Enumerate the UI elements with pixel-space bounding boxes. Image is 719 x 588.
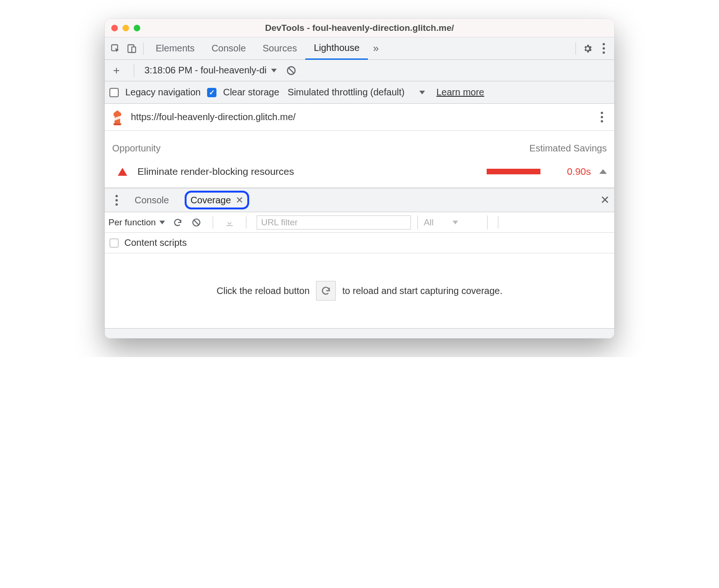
svg-rect-2 [132, 47, 136, 52]
type-filter-label: All [424, 217, 433, 228]
clear-icon[interactable] [190, 216, 202, 229]
lighthouse-toolbar: + 3:18:06 PM - foul-heavenly-di [105, 60, 614, 81]
new-report-button[interactable]: + [109, 64, 123, 78]
content-scripts-row: Content scripts [105, 233, 614, 253]
drawer-tab-coverage[interactable]: Coverage ✕ [180, 189, 254, 211]
opportunity-column-label: Opportunity [112, 143, 160, 154]
url-filter-input[interactable]: URL filter [257, 215, 411, 229]
legacy-navigation-checkbox[interactable] [109, 88, 119, 97]
divider [134, 65, 134, 77]
maximize-window-button[interactable] [134, 25, 140, 31]
lighthouse-icon [110, 109, 124, 125]
granularity-label: Per function [108, 217, 156, 228]
kebab-menu-icon[interactable] [596, 41, 611, 57]
report-dropdown-label: 3:18:06 PM - foul-heavenly-di [144, 65, 266, 76]
status-bar [105, 328, 614, 338]
drawer-tab-coverage-label: Coverage [190, 195, 231, 206]
report-menu-icon[interactable] [595, 110, 609, 124]
lighthouse-settings: Legacy navigation Clear storage Simulate… [105, 81, 614, 104]
chevron-down-icon[interactable] [419, 91, 425, 94]
coverage-toolbar: Per function URL filter All [105, 212, 614, 233]
minimize-window-button[interactable] [122, 25, 129, 31]
clear-icon[interactable] [283, 63, 299, 79]
divider [246, 216, 246, 229]
drawer-close-icon[interactable]: ✕ [600, 194, 610, 207]
drawer-toolbar: Console Coverage ✕ ✕ [105, 188, 614, 212]
export-icon [223, 216, 236, 229]
traffic-lights [105, 25, 140, 31]
divider [213, 216, 213, 229]
savings-value: 0.90s [558, 166, 591, 177]
tab-lighthouse[interactable]: Lighthouse [305, 38, 368, 60]
report-url: https://foul-heavenly-direction.glitch.m… [131, 112, 588, 122]
tab-console[interactable]: Console [203, 37, 254, 59]
learn-more-link[interactable]: Learn more [436, 87, 484, 98]
coverage-empty-state: Click the reload button to reload and st… [105, 253, 614, 328]
clear-storage-checkbox[interactable] [207, 88, 216, 97]
svg-line-10 [194, 220, 199, 225]
gear-icon[interactable] [580, 41, 596, 57]
opportunity-title: Eliminate render-blocking resources [137, 166, 294, 177]
close-icon[interactable]: ✕ [236, 194, 244, 206]
tab-sources[interactable]: Sources [254, 37, 305, 59]
svg-marker-8 [113, 123, 122, 125]
divider [575, 43, 576, 55]
chevron-up-icon[interactable] [599, 169, 607, 174]
devtools-window: DevTools - foul-heavenly-direction.glitc… [105, 19, 614, 338]
throttling-label: Simulated throttling (default) [288, 87, 404, 98]
savings-bar [487, 169, 540, 174]
chevron-down-icon [271, 69, 277, 72]
svg-marker-5 [114, 110, 121, 116]
chevron-down-icon [453, 221, 458, 224]
tab-elements[interactable]: Elements [147, 37, 203, 59]
url-filter-placeholder: URL filter [261, 217, 297, 228]
drawer-tab-console[interactable]: Console [130, 193, 173, 208]
svg-rect-11 [227, 225, 233, 226]
titlebar: DevTools - foul-heavenly-direction.glitc… [105, 19, 614, 37]
granularity-select[interactable]: Per function [108, 217, 165, 228]
savings-column-label: Estimated Savings [529, 143, 607, 154]
type-filter-select[interactable]: All [417, 215, 488, 229]
device-toolbar-icon[interactable] [123, 41, 139, 57]
report-dropdown[interactable]: 3:18:06 PM - foul-heavenly-di [144, 65, 277, 76]
empty-text-prefix: Click the reload button [216, 286, 309, 296]
main-toolbar: Elements Console Sources Lighthouse » [105, 37, 614, 60]
chevron-down-icon [159, 221, 165, 224]
reload-icon[interactable] [172, 216, 184, 229]
reload-button[interactable] [316, 281, 336, 301]
opportunities-header: Opportunity Estimated Savings [105, 131, 614, 159]
svg-line-4 [288, 68, 294, 73]
report-url-row: https://foul-heavenly-direction.glitch.m… [105, 104, 614, 131]
fail-triangle-icon [118, 168, 127, 176]
inspect-element-icon[interactable] [108, 41, 123, 57]
clear-storage-label: Clear storage [223, 87, 279, 98]
window-title: DevTools - foul-heavenly-direction.glitc… [105, 23, 614, 33]
drawer-menu-icon[interactable] [109, 193, 123, 207]
divider [498, 216, 498, 229]
coverage-highlight: Coverage ✕ [185, 191, 249, 209]
content-scripts-label: Content scripts [124, 237, 187, 248]
close-window-button[interactable] [111, 25, 118, 31]
empty-text-suffix: to reload and start capturing coverage. [342, 286, 502, 296]
content-scripts-checkbox[interactable] [109, 238, 119, 248]
more-tabs-icon[interactable]: » [368, 41, 384, 57]
divider [143, 43, 144, 55]
opportunity-row[interactable]: Eliminate render-blocking resources 0.90… [105, 159, 614, 188]
legacy-navigation-label: Legacy navigation [125, 87, 201, 98]
